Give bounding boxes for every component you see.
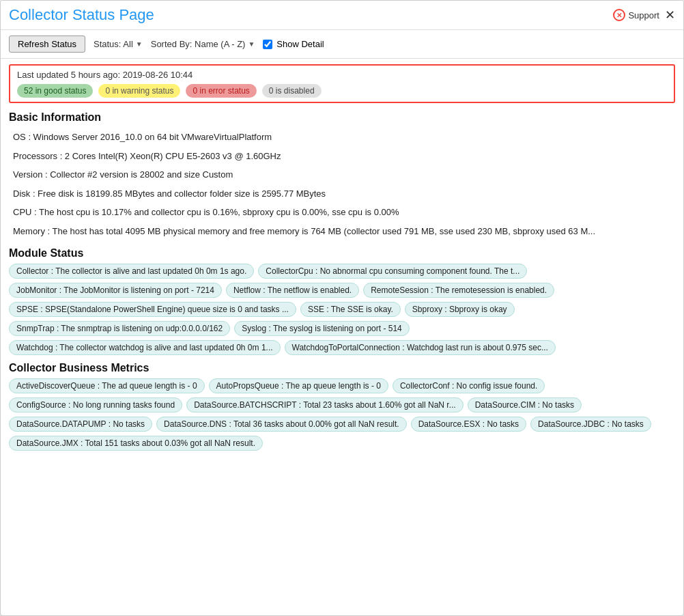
metric-tag-9: DataSource.JDBC : No tasks xyxy=(530,417,651,432)
module-status-tags: Collector : The collector is alive and l… xyxy=(9,264,675,355)
module-tag-netflow: Netflow : The netflow is enabled. xyxy=(226,283,359,298)
status-filter-label: Status: All xyxy=(94,39,133,49)
warning-status-badge: 0 in warning status xyxy=(98,84,180,98)
metric-tag-5: DataSource.CIM : No tasks xyxy=(468,397,582,412)
status-filter-arrow-icon: ▼ xyxy=(136,40,143,48)
module-tag-job-monitor: JobMonitor : The JobMonitor is listening… xyxy=(9,283,222,298)
close-button[interactable]: ✕ xyxy=(665,9,675,21)
module-status-title: Module Status xyxy=(9,247,675,260)
refresh-status-button[interactable]: Refresh Status xyxy=(9,36,85,53)
module-tag-sse: SSE : The SSE is okay. xyxy=(300,302,401,317)
close-icon: ✕ xyxy=(665,8,675,22)
module-tag-collector-cpu: CollectorCpu : No abnormal cpu consuming… xyxy=(258,264,527,279)
title-bar: Collector Status Page ✕ Support ✕ xyxy=(1,1,683,30)
module-tag-spse: SPSE : SPSE(Standalone PowerShell Engine… xyxy=(9,302,296,317)
status-summary: Last updated 5 hours ago: 2019-08-26 10:… xyxy=(9,64,675,103)
info-cpu: CPU : The host cpu is 10.17% and collect… xyxy=(9,203,675,222)
main-content: Last updated 5 hours ago: 2019-08-26 10:… xyxy=(1,59,683,615)
support-icon: ✕ xyxy=(613,9,625,21)
metric-tag-6: DataSource.DATAPUMP : No tasks xyxy=(9,417,152,432)
metric-tag-7: DataSource.DNS : Total 36 tasks about 0.… xyxy=(156,417,407,432)
sort-dropdown[interactable]: Sorted By: Name (A - Z) ▼ xyxy=(151,39,255,49)
show-detail-area: Show Detail xyxy=(263,39,324,49)
toolbar: Refresh Status Status: All ▼ Sorted By: … xyxy=(1,30,683,59)
good-status-badge: 52 in good status xyxy=(17,84,93,98)
main-window: Collector Status Page ✕ Support ✕ Refres… xyxy=(0,0,684,616)
info-disk: Disk : Free disk is 18199.85 MBytes and … xyxy=(9,184,675,204)
info-processors: Processors : 2 Cores Intel(R) Xeon(R) CP… xyxy=(9,147,675,166)
metric-tag-0: ActiveDiscoverQueue : The ad queue lengt… xyxy=(9,378,205,393)
status-filter-dropdown[interactable]: Status: All ▼ xyxy=(94,39,143,49)
metric-tag-3: ConfigSource : No long running tasks fou… xyxy=(9,397,182,412)
info-memory: Memory : The host has total 4095 MB phys… xyxy=(9,222,675,241)
module-tag-remote-session: RemoteSession : The remotesession is ena… xyxy=(363,283,554,298)
support-button[interactable]: ✕ Support xyxy=(613,9,659,21)
info-version: Version : Collector #2 version is 28002 … xyxy=(9,165,675,184)
metric-tag-4: DataSource.BATCHSCRIPT : Total 23 tasks … xyxy=(186,397,464,412)
page-title: Collector Status Page xyxy=(9,6,154,24)
metric-tag-2: CollectorConf : No config issue found. xyxy=(393,378,545,393)
info-os: OS : Windows Server 2016_10.0 on 64 bit … xyxy=(9,128,675,147)
support-label: Support xyxy=(628,10,659,20)
business-metrics-title: Collector Business Metrics xyxy=(9,362,675,374)
title-bar-right: ✕ Support ✕ xyxy=(613,9,675,21)
last-updated-text: Last updated 5 hours ago: 2019-08-26 10:… xyxy=(17,70,667,80)
module-tag-sbproxy: Sbproxy : Sbproxy is okay xyxy=(405,302,515,317)
module-tag-watchdog-portal: WatchdogToPortalConnection : Watchdog la… xyxy=(285,340,556,355)
module-tag-snmptrap: SnmpTrap : The snmptrap is listening on … xyxy=(9,321,230,336)
basic-info-list: OS : Windows Server 2016_10.0 on 64 bit … xyxy=(9,128,675,240)
metric-tag-1: AutoPropsQueue : The ap queue length is … xyxy=(209,378,388,393)
disabled-status-badge: 0 is disabled xyxy=(262,84,322,98)
show-detail-label: Show Detail xyxy=(276,39,324,49)
metric-tag-10: DataSource.JMX : Total 151 tasks about 0… xyxy=(9,436,263,451)
sort-arrow-icon: ▼ xyxy=(248,40,255,48)
title-bar-left: Collector Status Page xyxy=(9,6,154,24)
module-tag-watchdog: Watchdog : The collector watchdog is ali… xyxy=(9,340,281,355)
module-tag-syslog: Syslog : The syslog is listening on port… xyxy=(234,321,410,336)
status-badges: 52 in good status 0 in warning status 0 … xyxy=(17,84,667,98)
business-metrics-tags: ActiveDiscoverQueue : The ad queue lengt… xyxy=(9,378,675,451)
sort-label: Sorted By: Name (A - Z) xyxy=(151,39,246,49)
show-detail-checkbox[interactable] xyxy=(263,40,272,49)
module-tag-collector: Collector : The collector is alive and l… xyxy=(9,264,254,279)
basic-info-title: Basic Information xyxy=(9,111,675,124)
metric-tag-8: DataSource.ESX : No tasks xyxy=(411,417,526,432)
error-status-badge: 0 in error status xyxy=(186,84,256,98)
